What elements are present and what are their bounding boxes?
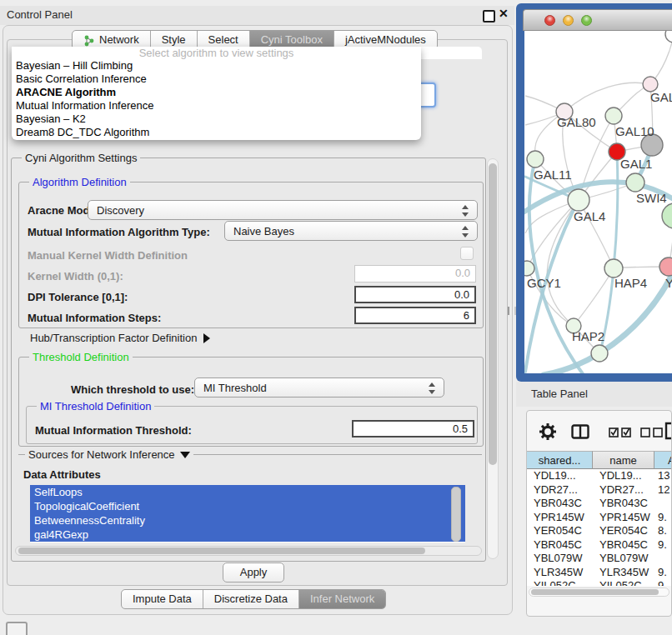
gear-icon[interactable] <box>539 422 557 443</box>
table-cell: YBL079W <box>593 552 654 566</box>
table-row[interactable]: YIL052CYIL052C9 <box>527 579 672 586</box>
algorithm-option-bayesian-k2[interactable]: Bayesian – K2 <box>12 112 421 126</box>
aracne-mode-value: Discovery <box>97 203 144 218</box>
data-attributes-list[interactable]: SelfLoopsTopologicalCoefficientBetweenne… <box>30 485 465 542</box>
tab-infer-network-label: Infer Network <box>310 590 374 608</box>
table-cell: YDR27... <box>593 483 654 498</box>
list-scrollbar[interactable] <box>451 487 461 542</box>
table-row[interactable]: YBR045CYBR045C9. <box>527 538 672 552</box>
table-cell: YBR045C <box>527 538 593 552</box>
table-horizontal-scrollbar[interactable] <box>529 588 669 597</box>
attribute-item-topologicalcoefficient[interactable]: TopologicalCoefficient <box>30 499 465 513</box>
collapsed-arrow-icon[interactable] <box>203 333 210 343</box>
network-node[interactable] <box>604 259 623 278</box>
scrollbar-thumb[interactable] <box>531 589 659 595</box>
split-columns-icon[interactable] <box>571 424 589 442</box>
which-threshold-select[interactable]: MI Threshold <box>194 378 444 398</box>
table-cell: YER054C <box>593 524 654 538</box>
threshold-definition-title: Threshold Definition <box>29 351 133 363</box>
table-cell: YDL19... <box>593 469 654 483</box>
zoom-window-icon[interactable] <box>581 15 592 26</box>
table-cell: YBR043C <box>527 497 593 511</box>
network-edge <box>544 275 672 373</box>
network-node[interactable] <box>662 203 672 228</box>
minimize-window-icon[interactable] <box>563 15 574 26</box>
dpi-tolerance-field[interactable]: 0.0 <box>354 286 476 303</box>
table-row[interactable]: YDR27...YDR27...12 <box>527 483 672 498</box>
tab-discretize-data[interactable]: Discretize Data <box>203 590 299 608</box>
mi-threshold-field[interactable]: 0.5 <box>352 420 474 438</box>
close-panel-icon[interactable]: ✕ <box>499 7 509 20</box>
algorithm-option-bayesian-hill-climbing[interactable]: Bayesian – Hill Climbing <box>12 59 421 72</box>
network-window-titlebar[interactable] <box>523 9 672 31</box>
network-node[interactable] <box>591 345 608 362</box>
table-cell: YDL19... <box>527 469 593 483</box>
stepper-arrows-icon <box>462 204 469 218</box>
node-label-gal11: GAL11 <box>534 168 572 182</box>
expanded-arrow-icon[interactable] <box>180 452 190 458</box>
attribute-item-gal4rgexp[interactable]: gal4RGexp <box>30 528 465 542</box>
column-header-a[interactable]: A <box>654 451 672 469</box>
table-cell: YPR145W <box>593 511 654 525</box>
data-attributes-label: Data Attributes <box>23 468 101 481</box>
table-row[interactable]: YBR043CYBR043C <box>527 497 672 511</box>
scrollbar-thumb[interactable] <box>18 548 425 554</box>
sources-section[interactable]: Sources for Network Inference <box>25 448 193 461</box>
algorithm-definition-group: Algorithm Definition Aracne Mode: Discov… <box>18 182 484 328</box>
kernel-width-field[interactable]: 0.0 <box>354 265 476 282</box>
algorithm-option-aracne-algorithm[interactable]: ARACNE Algorithm <box>12 86 421 99</box>
apply-button[interactable]: Apply <box>223 562 284 582</box>
mi-algorithm-type-select[interactable]: Naive Bayes <box>224 221 478 241</box>
show-columns-icon[interactable] <box>609 427 632 440</box>
settings-horizontal-scrollbar[interactable] <box>15 546 482 556</box>
algorithm-option-dream8-dc-tdc-algorithm[interactable]: Dream8 DC_TDC Algorithm <box>12 126 421 139</box>
network-node[interactable] <box>527 151 544 168</box>
table-row[interactable]: YLR345WYLR345W9. <box>527 566 672 580</box>
algorithm-option-mutual-information-inference[interactable]: Mutual Information Inference <box>12 99 421 112</box>
settings-vertical-scrollbar[interactable] <box>487 158 499 559</box>
network-node[interactable] <box>626 173 644 192</box>
network-view-window[interactable]: GALGAL80GAL10GAL1GAL11SWI4GAL4GCY1HAP4YH… <box>516 3 672 382</box>
algorithm-option-basic-correlation-inference[interactable]: Basic Correlation Inference <box>12 72 421 86</box>
tab-infer-network[interactable]: Infer Network <box>299 590 385 608</box>
scrollbar-thumb[interactable] <box>489 163 497 465</box>
column-header-name[interactable]: name <box>593 451 654 469</box>
float-panel-icon[interactable] <box>483 10 495 22</box>
hide-columns-icon[interactable] <box>640 427 664 440</box>
network-edge <box>564 82 650 112</box>
panel-splitter-handle[interactable] <box>508 307 516 315</box>
table-row[interactable]: YPR145WYPR145W9. <box>527 511 672 525</box>
hub-definition-section[interactable]: Hub/Transcription Factor Definition <box>30 332 210 344</box>
manual-kernel-checkbox[interactable] <box>460 247 474 260</box>
tab-impute-data[interactable]: Impute Data <box>122 590 203 608</box>
network-node[interactable] <box>605 108 622 124</box>
minimized-panel-icon[interactable] <box>6 622 28 635</box>
table-row[interactable]: YBL079WYBL079W <box>527 552 672 566</box>
network-canvas[interactable]: GALGAL80GAL10GAL1GAL11SWI4GAL4GCY1HAP4YH… <box>524 31 672 373</box>
table-cell: YIL052C <box>527 579 593 586</box>
new-table-icon[interactable] <box>664 422 672 442</box>
table-cell <box>654 497 672 511</box>
mi-type-label: Mutual Information Algorithm Type: <box>28 226 210 238</box>
which-threshold-label: Which threshold to use: <box>71 383 194 396</box>
table-cell: YDR27... <box>527 483 593 498</box>
table-row[interactable]: YER054CYER054C8. <box>527 524 672 538</box>
table-cell: YBR043C <box>593 497 654 511</box>
node-label-y: Y <box>665 276 672 290</box>
table-cell: YLR345W <box>593 566 654 580</box>
column-header-shared[interactable]: shared... <box>527 451 593 469</box>
node-label-gal4: GAL4 <box>574 209 605 223</box>
table-row[interactable]: YDL19...YDL19...13 <box>527 469 672 483</box>
close-window-icon[interactable] <box>544 15 555 26</box>
node-label-gcy1: GCY1 <box>527 276 561 290</box>
attribute-item-betweennesscentrality[interactable]: BetweennessCentrality <box>30 513 465 528</box>
attribute-item-selfloops[interactable]: SelfLoops <box>30 485 465 499</box>
network-node[interactable] <box>524 261 534 276</box>
aracne-mode-select[interactable]: Discovery <box>88 200 478 220</box>
mi-steps-field[interactable]: 6 <box>354 307 476 324</box>
sources-title: Sources for Network Inference <box>28 448 175 461</box>
network-node[interactable] <box>568 189 589 211</box>
network-node[interactable] <box>665 31 672 42</box>
network-node[interactable] <box>659 258 672 276</box>
table-cell: YBR045C <box>593 538 654 552</box>
